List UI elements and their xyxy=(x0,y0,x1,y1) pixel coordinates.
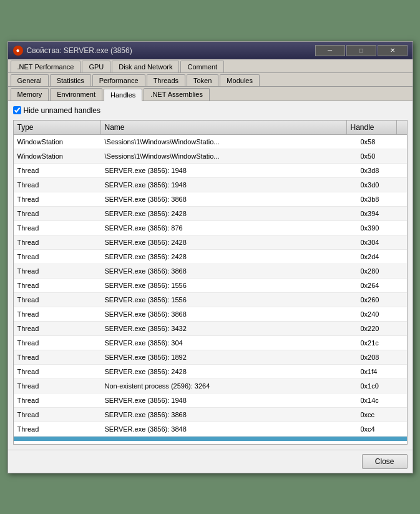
table-row[interactable]: ThreadSERVER.exe (3856): 3040x21c xyxy=(14,336,407,350)
cell-name: \Sessions\1\Windows\WindowStatio... xyxy=(101,149,357,163)
cell-name: SERVER.exe (3856): 2428 xyxy=(101,365,357,378)
cell-type: Thread xyxy=(14,422,101,436)
tab-net-assemblies[interactable]: .NET Assemblies xyxy=(144,88,210,101)
maximize-button[interactable]: □ xyxy=(346,45,376,56)
table-row[interactable]: ThreadSERVER.exe (3856): 19480x14c xyxy=(14,393,407,408)
table-row[interactable]: ThreadSERVER.exe (3856): 38480xc4 xyxy=(14,422,407,437)
tab-gpu[interactable]: GPU xyxy=(82,61,110,72)
cell-handle: 0xc4 xyxy=(357,422,407,436)
tab-statistics[interactable]: Statistics xyxy=(50,74,91,86)
cell-name: Non-existent process (2596): 3264 xyxy=(101,379,357,393)
cell-handle: 0x21c xyxy=(357,336,407,350)
cell-name: SERVER.exe (3856): 1556 xyxy=(101,279,357,292)
minimize-button[interactable]: ─ xyxy=(315,45,345,56)
table-row[interactable]: WindowStation\Sessions\1\Windows\WindowS… xyxy=(14,149,407,164)
cell-name: \Sessions\1\Windows\WindowStatio... xyxy=(101,135,357,149)
tab-threads[interactable]: Threads xyxy=(147,74,185,86)
tab-general[interactable]: General xyxy=(11,74,49,86)
cell-handle: 0x50 xyxy=(357,149,407,163)
col-handle[interactable]: Handle xyxy=(347,121,397,134)
table-row[interactable]: WindowStation\Sessions\1\Windows\WindowS… xyxy=(14,135,407,149)
cell-name: SERVER.exe (3856): 3868 xyxy=(101,408,357,422)
table-row[interactable]: ThreadSERVER.exe (3856): 38680x280 xyxy=(14,264,407,279)
table-row[interactable]: ThreadSERVER.exe (3856): 15560x264 xyxy=(14,279,407,293)
cell-type: Thread xyxy=(14,322,101,335)
cell-type: Thread xyxy=(14,178,101,192)
cell-name: SERVER.exe (3856): 1892 xyxy=(101,350,357,364)
tab-token[interactable]: Token xyxy=(187,74,218,86)
tab-performance[interactable]: Performance xyxy=(92,74,145,86)
close-button[interactable]: Close xyxy=(362,454,408,469)
cell-type: Thread xyxy=(14,264,101,278)
cell-type: Thread xyxy=(14,379,101,393)
cell-type: Thread xyxy=(14,221,101,235)
table-row[interactable]: ThreadSERVER.exe (3856): 38680xcc xyxy=(14,408,407,422)
cell-handle: 0x58 xyxy=(357,135,407,149)
table-row[interactable]: ThreadSERVER.exe (3856): 38680x3b8 xyxy=(14,192,407,207)
cell-name: SERVER.exe (3856): 3848 xyxy=(101,422,357,436)
cell-handle: 0x304 xyxy=(357,235,407,249)
table-row[interactable]: Section\BaseNamedObjects\C:*ProgramDat..… xyxy=(14,437,407,441)
cell-type: WindowStation xyxy=(14,135,101,149)
cell-type: Thread xyxy=(14,393,101,407)
cell-type: Thread xyxy=(14,307,101,321)
cell-handle: 0x280 xyxy=(357,264,407,278)
col-scroll-spacer xyxy=(397,121,407,134)
table-row[interactable]: ThreadSERVER.exe (3856): 19480x3d0 xyxy=(14,178,407,192)
cell-type: Thread xyxy=(14,207,101,220)
cell-name: SERVER.exe (3856): 3432 xyxy=(101,322,357,335)
cell-type: Thread xyxy=(14,293,101,307)
table-row[interactable]: ThreadSERVER.exe (3856): 24280x2d4 xyxy=(14,250,407,264)
cell-handle: 0xcc xyxy=(357,408,407,422)
table-row[interactable]: ThreadSERVER.exe (3856): 34320x220 xyxy=(14,322,407,336)
window-title: Свойства: SERVER.exe (3856) xyxy=(27,46,132,55)
tab-net-performance[interactable]: .NET Performance xyxy=(11,61,81,72)
table-row[interactable]: ThreadSERVER.exe (3856): 19480x3d8 xyxy=(14,164,407,178)
tab-environment[interactable]: Environment xyxy=(50,88,102,101)
close-title-button[interactable]: ✕ xyxy=(378,45,408,56)
cell-handle: 0x14c xyxy=(357,393,407,407)
cell-name: SERVER.exe (3856): 3868 xyxy=(101,192,357,206)
table-row[interactable]: ThreadSERVER.exe (3856): 15560x260 xyxy=(14,293,407,307)
cell-handle: 0x240 xyxy=(357,307,407,321)
main-window: ● Свойства: SERVER.exe (3856) ─ □ ✕ .NET… xyxy=(7,41,413,473)
tab-modules[interactable]: Modules xyxy=(220,74,260,86)
cell-handle: 0x394 xyxy=(357,207,407,220)
table-body[interactable]: WindowStation\Sessions\1\Windows\WindowS… xyxy=(14,135,407,441)
cell-name: SERVER.exe (3856): 1948 xyxy=(101,393,357,407)
cell-handle: 0x2d4 xyxy=(357,250,407,264)
tab-row-2: General Statistics Performance Threads T… xyxy=(8,73,413,87)
col-type[interactable]: Type xyxy=(14,121,101,134)
handles-table: Type Name Handle WindowStation\Sessions\… xyxy=(13,120,408,445)
cell-name: SERVER.exe (3856): 1948 xyxy=(101,164,357,177)
cell-handle: 0x3d8 xyxy=(357,164,407,177)
cell-handle: 0x3b8 xyxy=(357,192,407,206)
cell-type: Thread xyxy=(14,192,101,206)
hide-unnamed-label[interactable]: Hide unnamed handles xyxy=(24,106,100,115)
cell-handle: 0x3d0 xyxy=(357,178,407,192)
bottom-area: Close xyxy=(8,450,413,473)
table-row[interactable]: ThreadSERVER.exe (3856): 24280x394 xyxy=(14,207,407,221)
cell-type: Thread xyxy=(14,164,101,177)
cell-handle: 0x1c0 xyxy=(357,379,407,393)
cell-name: SERVER.exe (3856): 876 xyxy=(101,221,357,235)
cell-handle: 0x264 xyxy=(357,279,407,292)
cell-name: SERVER.exe (3856): 1948 xyxy=(101,178,357,192)
hide-unnamed-checkbox[interactable] xyxy=(13,106,21,114)
table-row[interactable]: ThreadSERVER.exe (3856): 8760x390 xyxy=(14,221,407,235)
tab-row-1: .NET Performance GPU Disk and Network Co… xyxy=(8,59,413,73)
table-row[interactable]: ThreadSERVER.exe (3856): 24280x304 xyxy=(14,235,407,250)
table-row[interactable]: ThreadSERVER.exe (3856): 18920x208 xyxy=(14,350,407,365)
tab-handles[interactable]: Handles xyxy=(104,89,142,101)
cell-name: SERVER.exe (3856): 2428 xyxy=(101,207,357,220)
table-row[interactable]: ThreadSERVER.exe (3856): 24280x1f4 xyxy=(14,365,407,379)
cell-handle: 0x220 xyxy=(357,322,407,335)
tab-comment[interactable]: Comment xyxy=(180,61,224,72)
col-name[interactable]: Name xyxy=(101,121,347,134)
tab-disk-network[interactable]: Disk and Network xyxy=(112,61,179,72)
table-row[interactable]: ThreadNon-existent process (2596): 32640… xyxy=(14,379,407,393)
title-bar-left: ● Свойства: SERVER.exe (3856) xyxy=(13,46,132,56)
cell-handle: 0x524 xyxy=(357,437,407,441)
table-row[interactable]: ThreadSERVER.exe (3856): 38680x240 xyxy=(14,307,407,322)
tab-memory[interactable]: Memory xyxy=(11,88,49,101)
